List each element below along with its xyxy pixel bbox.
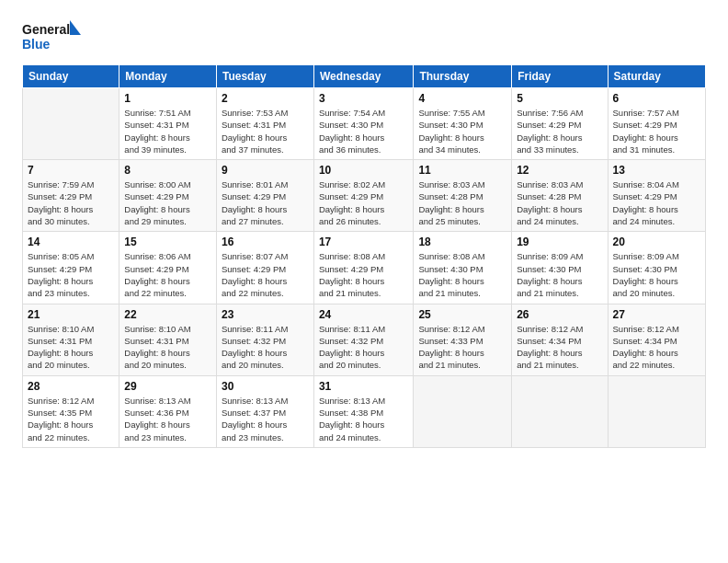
day-info: Sunrise: 7:56 AMSunset: 4:29 PMDaylight:… — [517, 107, 602, 155]
day-number: 21 — [28, 308, 114, 321]
day-number: 27 — [613, 308, 700, 321]
col-header-tuesday: Tuesday — [216, 65, 313, 88]
svg-marker-2 — [70, 20, 81, 35]
day-info: Sunrise: 8:10 AMSunset: 4:31 PMDaylight:… — [124, 323, 211, 372]
header-row: SundayMondayTuesdayWednesdayThursdayFrid… — [23, 65, 706, 88]
col-header-sunday: Sunday — [23, 65, 119, 88]
day-info: Sunrise: 8:13 AMSunset: 4:37 PMDaylight:… — [222, 395, 309, 443]
day-number: 11 — [418, 164, 506, 177]
cell-1-7: 6Sunrise: 7:57 AMSunset: 4:29 PMDaylight… — [608, 88, 705, 160]
day-number: 18 — [418, 236, 506, 248]
cell-5-3: 30Sunrise: 8:13 AMSunset: 4:37 PMDayligh… — [216, 375, 313, 447]
cell-4-7: 27Sunrise: 8:12 AMSunset: 4:34 PMDayligh… — [608, 304, 705, 375]
day-info: Sunrise: 7:53 AMSunset: 4:31 PMDaylight:… — [222, 107, 309, 155]
day-number: 23 — [222, 308, 309, 321]
day-info: Sunrise: 7:55 AMSunset: 4:30 PMDaylight:… — [418, 107, 506, 155]
day-number: 10 — [319, 164, 408, 177]
day-number: 8 — [124, 164, 211, 177]
week-row-3: 14Sunrise: 8:05 AMSunset: 4:29 PMDayligh… — [23, 232, 706, 304]
day-info: Sunrise: 8:06 AMSunset: 4:29 PMDaylight:… — [124, 250, 211, 299]
day-info: Sunrise: 8:03 AMSunset: 4:28 PMDaylight:… — [517, 178, 602, 227]
cell-3-1: 14Sunrise: 8:05 AMSunset: 4:29 PMDayligh… — [23, 232, 119, 304]
day-info: Sunrise: 8:03 AMSunset: 4:28 PMDaylight:… — [418, 178, 506, 227]
cell-3-6: 19Sunrise: 8:09 AMSunset: 4:30 PMDayligh… — [512, 232, 608, 304]
day-number: 2 — [222, 92, 309, 105]
cell-5-7 — [608, 375, 705, 447]
week-row-2: 7Sunrise: 7:59 AMSunset: 4:29 PMDaylight… — [23, 160, 706, 232]
day-info: Sunrise: 8:00 AMSunset: 4:29 PMDaylight:… — [124, 178, 211, 227]
calendar-table: SundayMondayTuesdayWednesdayThursdayFrid… — [22, 64, 706, 448]
day-info: Sunrise: 8:12 AMSunset: 4:33 PMDaylight:… — [418, 323, 506, 372]
day-number: 30 — [222, 380, 309, 393]
cell-3-7: 20Sunrise: 8:09 AMSunset: 4:30 PMDayligh… — [608, 232, 705, 304]
day-info: Sunrise: 7:51 AMSunset: 4:31 PMDaylight:… — [124, 107, 211, 155]
logo: GeneralBlue — [22, 18, 82, 55]
cell-5-4: 31Sunrise: 8:13 AMSunset: 4:38 PMDayligh… — [313, 375, 413, 447]
page: GeneralBlue SundayMondayTuesdayWednesday… — [0, 0, 728, 563]
day-number: 26 — [517, 308, 602, 321]
day-info: Sunrise: 8:12 AMSunset: 4:34 PMDaylight:… — [517, 323, 602, 372]
cell-3-3: 16Sunrise: 8:07 AMSunset: 4:29 PMDayligh… — [216, 232, 313, 304]
cell-4-5: 25Sunrise: 8:12 AMSunset: 4:33 PMDayligh… — [414, 304, 512, 375]
week-row-5: 28Sunrise: 8:12 AMSunset: 4:35 PMDayligh… — [23, 375, 706, 447]
day-info: Sunrise: 8:08 AMSunset: 4:29 PMDaylight:… — [319, 250, 408, 299]
day-number: 4 — [418, 92, 506, 105]
cell-5-1: 28Sunrise: 8:12 AMSunset: 4:35 PMDayligh… — [23, 375, 119, 447]
col-header-friday: Friday — [512, 65, 608, 88]
cell-4-4: 24Sunrise: 8:11 AMSunset: 4:32 PMDayligh… — [313, 304, 413, 375]
cell-5-5 — [414, 375, 512, 447]
day-number: 3 — [319, 92, 408, 105]
cell-1-2: 1Sunrise: 7:51 AMSunset: 4:31 PMDaylight… — [119, 88, 217, 160]
day-number: 19 — [517, 236, 602, 248]
day-number: 13 — [613, 164, 700, 177]
cell-1-6: 5Sunrise: 7:56 AMSunset: 4:29 PMDaylight… — [512, 88, 608, 160]
day-number: 29 — [124, 380, 211, 393]
day-number: 5 — [517, 92, 602, 105]
day-info: Sunrise: 8:13 AMSunset: 4:36 PMDaylight:… — [124, 395, 211, 443]
day-info: Sunrise: 8:09 AMSunset: 4:30 PMDaylight:… — [517, 250, 602, 299]
cell-1-1 — [23, 88, 119, 160]
day-info: Sunrise: 8:01 AMSunset: 4:29 PMDaylight:… — [222, 178, 309, 227]
col-header-monday: Monday — [119, 65, 217, 88]
day-info: Sunrise: 8:05 AMSunset: 4:29 PMDaylight:… — [28, 250, 114, 299]
day-number: 7 — [28, 164, 114, 177]
day-info: Sunrise: 7:54 AMSunset: 4:30 PMDaylight:… — [319, 107, 408, 155]
cell-2-7: 13Sunrise: 8:04 AMSunset: 4:29 PMDayligh… — [608, 160, 705, 232]
day-info: Sunrise: 8:02 AMSunset: 4:29 PMDaylight:… — [319, 178, 408, 227]
day-number: 16 — [222, 236, 309, 248]
cell-5-6 — [512, 375, 608, 447]
cell-1-5: 4Sunrise: 7:55 AMSunset: 4:30 PMDaylight… — [414, 88, 512, 160]
day-number: 31 — [319, 380, 408, 393]
day-number: 9 — [222, 164, 309, 177]
col-header-wednesday: Wednesday — [313, 65, 413, 88]
cell-4-6: 26Sunrise: 8:12 AMSunset: 4:34 PMDayligh… — [512, 304, 608, 375]
cell-4-3: 23Sunrise: 8:11 AMSunset: 4:32 PMDayligh… — [216, 304, 313, 375]
day-number: 25 — [418, 308, 506, 321]
day-info: Sunrise: 8:07 AMSunset: 4:29 PMDaylight:… — [222, 250, 309, 299]
day-number: 12 — [517, 164, 602, 177]
day-number: 15 — [124, 236, 211, 248]
day-number: 22 — [124, 308, 211, 321]
cell-2-3: 9Sunrise: 8:01 AMSunset: 4:29 PMDaylight… — [216, 160, 313, 232]
day-number: 24 — [319, 308, 408, 321]
cell-2-5: 11Sunrise: 8:03 AMSunset: 4:28 PMDayligh… — [414, 160, 512, 232]
day-info: Sunrise: 8:11 AMSunset: 4:32 PMDaylight:… — [222, 323, 309, 372]
day-number: 6 — [613, 92, 700, 105]
day-info: Sunrise: 7:59 AMSunset: 4:29 PMDaylight:… — [28, 178, 114, 227]
cell-2-6: 12Sunrise: 8:03 AMSunset: 4:28 PMDayligh… — [512, 160, 608, 232]
cell-3-2: 15Sunrise: 8:06 AMSunset: 4:29 PMDayligh… — [119, 232, 217, 304]
cell-4-1: 21Sunrise: 8:10 AMSunset: 4:31 PMDayligh… — [23, 304, 119, 375]
cell-5-2: 29Sunrise: 8:13 AMSunset: 4:36 PMDayligh… — [119, 375, 217, 447]
day-info: Sunrise: 7:57 AMSunset: 4:29 PMDaylight:… — [613, 107, 700, 155]
cell-1-3: 2Sunrise: 7:53 AMSunset: 4:31 PMDaylight… — [216, 88, 313, 160]
day-number: 1 — [124, 92, 211, 105]
day-number: 28 — [28, 380, 114, 393]
cell-2-2: 8Sunrise: 8:00 AMSunset: 4:29 PMDaylight… — [119, 160, 217, 232]
col-header-saturday: Saturday — [608, 65, 705, 88]
day-info: Sunrise: 8:04 AMSunset: 4:29 PMDaylight:… — [613, 178, 700, 227]
day-number: 20 — [613, 236, 700, 248]
day-info: Sunrise: 8:08 AMSunset: 4:30 PMDaylight:… — [418, 250, 506, 299]
cell-4-2: 22Sunrise: 8:10 AMSunset: 4:31 PMDayligh… — [119, 304, 217, 375]
day-info: Sunrise: 8:13 AMSunset: 4:38 PMDaylight:… — [319, 395, 408, 443]
cell-2-1: 7Sunrise: 7:59 AMSunset: 4:29 PMDaylight… — [23, 160, 119, 232]
